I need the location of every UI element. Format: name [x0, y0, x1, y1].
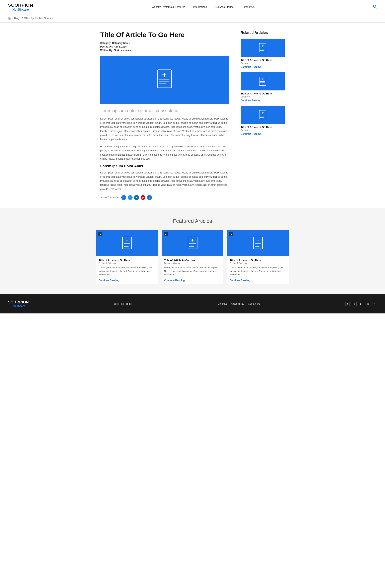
share-google-icon[interactable]: g [147, 195, 152, 200]
svg-rect-32 [188, 237, 197, 249]
article-section-title: Lorem Ipsum Dolor Amet [100, 164, 229, 168]
breadcrumb-home[interactable]: 🏠 [8, 17, 11, 20]
social-facebook-icon[interactable]: f [345, 302, 350, 306]
featured-articles-section: Featured Articles ★ Title of Article to … [0, 208, 385, 294]
article-body-2: Proin molestie eget mauris id aliquam. N… [100, 145, 229, 161]
svg-point-0 [373, 5, 376, 7]
featured-card-2-desc: Lorem ipsum dolor sit amet, consectetur … [164, 266, 221, 276]
share-row: Share This Article: f t in p g [100, 195, 229, 200]
featured-card-2-cats: Featured, Category [164, 262, 221, 264]
share-twitter-icon[interactable]: t [128, 195, 133, 200]
breadcrumb-blog[interactable]: Blog [14, 17, 19, 20]
share-facebook-icon[interactable]: f [121, 195, 126, 200]
related-articles-title: Related Articles [241, 31, 285, 35]
related-card-2-title: Title of Article to Go Here [241, 92, 285, 95]
featured-card-1-image: ★ [96, 230, 158, 256]
main-nav: Website Systems & Features Integrations … [152, 5, 254, 8]
breadcrumb: 🏠 › Blog › 2018 › April › Title Of Artic… [0, 14, 385, 23]
search-icon[interactable] [373, 5, 377, 9]
social-instagram-icon[interactable]: ◎ [373, 302, 377, 306]
article-body-3: Lorem ipsum dolor sit amet, consectetur … [100, 171, 229, 191]
svg-rect-8 [259, 43, 266, 52]
featured-card-2-image: ★ [162, 230, 223, 256]
nav-success-stories[interactable]: Success Stories [215, 5, 234, 8]
footer-logo[interactable]: SCORPION Healthcare [8, 300, 29, 307]
article-subtitle: Lorem ipsum dolor sit amet, consectetur [100, 108, 229, 114]
featured-card-2-link[interactable]: Continue Reading [164, 279, 185, 282]
share-label: Share This Article: [100, 196, 120, 199]
article-body-1: Lorem ipsum dolor sit amet, consectetur … [100, 117, 229, 141]
featured-section-title: Featured Articles [8, 218, 377, 224]
svg-line-1 [376, 7, 377, 8]
related-card-3-link[interactable]: Continue Reading [241, 133, 261, 135]
related-card-1-category: Category [241, 62, 285, 64]
featured-card-2-title: Title of Article to Go Here [164, 259, 221, 262]
featured-card-2-body: Title of Article to Go Here Featured, Ca… [162, 256, 223, 284]
featured-card-3-desc: Lorem ipsum dolor sit amet, consectetur … [230, 266, 286, 276]
related-card-1-link[interactable]: Continue Reading [241, 65, 261, 68]
featured-card-1-desc: Lorem ipsum dolor sit amet, consectetur … [99, 266, 155, 276]
logo-healthcare: Healthcare [8, 8, 33, 11]
footer-links: Site Map Accessibility Contact Us [217, 302, 260, 305]
featured-card-3-title: Title of Article to Go Here [230, 259, 286, 262]
related-card-3-title: Title of Article to Go Here [241, 126, 285, 128]
social-youtube-icon[interactable]: ▶ [359, 302, 363, 306]
related-card-2-link[interactable]: Continue Reading [241, 99, 261, 102]
footer-logo-scorpion: SCORPION [8, 300, 29, 304]
nav-website[interactable]: Website Systems & Features [152, 5, 185, 8]
breadcrumb-month[interactable]: April [31, 17, 36, 20]
featured-card-1-body: Title of Article to Go Here Featured, Ca… [96, 256, 158, 284]
footer-logo-healthcare: Healthcare [8, 304, 29, 307]
svg-rect-14 [259, 77, 266, 85]
featured-card-3-link[interactable]: Continue Reading [230, 279, 250, 282]
related-card-2-image [241, 72, 285, 90]
related-card-1-image [241, 39, 285, 57]
article-hero-image [100, 56, 229, 104]
featured-card-3: ★ Title of Article to Go Here Featured, … [227, 230, 289, 284]
article-author-meta: Written By: First Lastname [100, 49, 229, 52]
featured-badge-2: ★ [164, 232, 168, 236]
related-card-1: Title of Article to Go Here Category Con… [241, 39, 285, 68]
site-header: SCORPION Healthcare Website Systems & Fe… [0, 0, 385, 14]
featured-card-1-link[interactable]: Continue Reading [99, 279, 119, 282]
footer-social: f t ▶ in ◎ [345, 302, 377, 306]
related-card-3-category: Category [241, 129, 285, 131]
featured-badge-3: ★ [229, 232, 233, 236]
related-card-3: Title of Article to Go Here Category Con… [241, 106, 285, 135]
featured-card-1: ★ Title of Article to Go Here Featured, … [96, 230, 158, 284]
related-card-2: Title of Article to Go Here Category Con… [241, 72, 285, 102]
svg-rect-38 [253, 237, 263, 249]
logo-scorpion: SCORPION [8, 3, 33, 8]
share-pinterest-icon[interactable]: p [141, 195, 145, 200]
svg-rect-2 [157, 70, 171, 88]
share-linkedin-icon[interactable]: in [134, 195, 139, 200]
svg-rect-26 [122, 237, 132, 249]
article-body: Title Of Article To Go Here Category: Ca… [100, 31, 229, 200]
breadcrumb-year[interactable]: 2018 [22, 17, 28, 20]
featured-card-2: ★ Title of Article to Go Here Featured, … [162, 230, 223, 284]
nav-integrations[interactable]: Integrations [193, 5, 207, 8]
logo[interactable]: SCORPION Healthcare [8, 3, 33, 11]
footer-link-contact[interactable]: Contact Us [248, 302, 260, 305]
article-posted-meta: Posted On: Apr 4, 2018 [100, 45, 229, 48]
featured-card-1-title: Title of Article to Go Here [99, 259, 155, 262]
article-category-meta: Category: Category Name [100, 42, 229, 44]
main-content: Title Of Article To Go Here Category: Ca… [96, 23, 289, 208]
featured-card-1-cats: Featured, Category [99, 262, 155, 264]
footer-link-accessibility[interactable]: Accessibility [231, 302, 244, 305]
social-linkedin-icon[interactable]: in [366, 302, 370, 306]
nav-contact[interactable]: Contact Us [242, 5, 254, 8]
related-card-2-category: Category [241, 95, 285, 98]
footer-link-sitemap[interactable]: Site Map [217, 302, 227, 305]
featured-card-3-image: ★ [227, 230, 289, 256]
featured-badge-1: ★ [98, 232, 102, 236]
site-footer: SCORPION Healthcare (888) 888-8888 Site … [0, 294, 385, 314]
related-card-1-title: Title of Article to Go Here [241, 59, 285, 62]
footer-phone: (888) 888-8888 [114, 302, 132, 305]
related-card-3-image [241, 106, 285, 124]
svg-rect-20 [259, 110, 266, 119]
featured-card-3-cats: Featured, Category [230, 262, 286, 264]
article-title: Title Of Article To Go Here [100, 31, 229, 39]
breadcrumb-current: Title Of Article [39, 17, 54, 20]
social-twitter-icon[interactable]: t [352, 302, 357, 306]
